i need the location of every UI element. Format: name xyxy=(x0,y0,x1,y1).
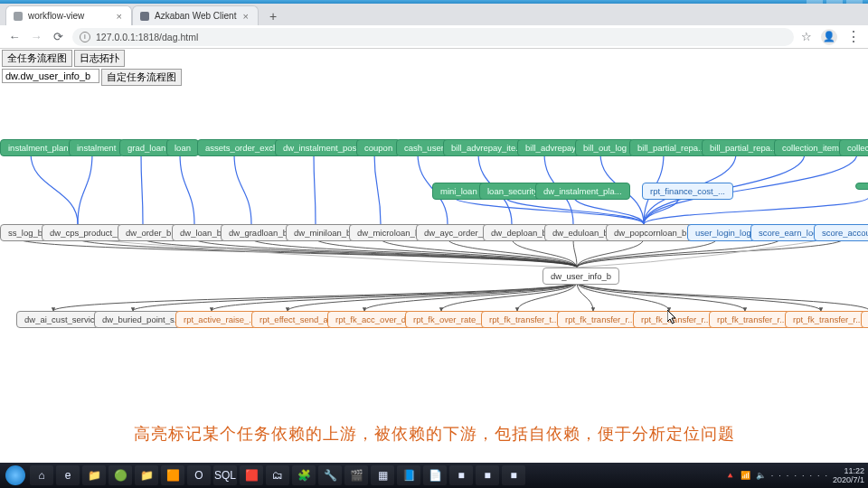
tray-icon[interactable]: · xyxy=(817,471,820,480)
tray-icon[interactable]: 📶 xyxy=(741,471,750,480)
dag-node-dw_order_b[interactable]: dw_order_b xyxy=(118,224,179,241)
forward-button[interactable]: → xyxy=(29,30,43,44)
tray-icon[interactable]: · xyxy=(771,471,774,480)
url-field[interactable]: i 127.0.0.1:1818/dag.html xyxy=(72,28,794,46)
dag-node-score_accou[interactable]: score_accou xyxy=(814,224,868,241)
task-name-input[interactable] xyxy=(2,69,99,83)
tray-icon[interactable]: · xyxy=(825,471,827,480)
tray-icon[interactable]: · xyxy=(787,471,789,480)
btn-custom-workflow[interactable]: 自定任务流程图 xyxy=(101,69,182,86)
window-titlebar xyxy=(0,0,868,4)
taskbar-app[interactable]: 🟢 xyxy=(108,465,132,485)
dag-node-dw_popcornloan_b[interactable]: dw_popcornloan_b xyxy=(606,224,694,241)
profile-icon[interactable]: 👤 xyxy=(821,29,837,45)
taskbar-app[interactable]: 📁 xyxy=(135,465,158,485)
system-tray[interactable]: 🔺📶🔈········11:222020/7/1 xyxy=(725,466,864,484)
dag-node-rpt_tail[interactable]: rp xyxy=(861,311,868,328)
taskbar-app[interactable]: 📄 xyxy=(423,465,447,485)
clock[interactable]: 11:222020/7/1 xyxy=(833,466,864,484)
page-toolbar: 全任务流程图 日志拓扑 自定任务流程图 xyxy=(0,49,868,87)
taskbar-app[interactable]: 📘 xyxy=(397,465,420,485)
tray-icon[interactable]: · xyxy=(778,471,781,480)
dag-node-dw_gradloan_b[interactable]: dw_gradloan_b xyxy=(221,224,296,241)
taskbar-app[interactable]: e xyxy=(56,465,80,485)
tray-icon[interactable]: 🔈 xyxy=(756,471,766,480)
tray-icon[interactable]: 🔺 xyxy=(725,471,735,480)
dag-node-rpt_fk_transfer_r1[interactable]: rpt_fk_transfer_r... xyxy=(557,311,643,328)
dag-canvas[interactable]: instalment_planinstalmentgrad_loanloanas… xyxy=(0,87,868,445)
dag-node-rpt_fk_transfer_t[interactable]: rpt_fk_transfer_t... xyxy=(481,311,567,328)
caption-text: 高亮标记某个任务依赖的上游，被依赖的下游，包括自依赖，便于分析定位问题 xyxy=(0,423,868,445)
close-icon[interactable]: × xyxy=(243,11,249,22)
address-bar: ← → ⟳ i 127.0.0.1:1818/dag.html ☆ 👤 ⋮ xyxy=(0,25,868,49)
site-info-icon[interactable]: i xyxy=(80,32,90,42)
taskbar-app[interactable]: 🟧 xyxy=(161,465,184,485)
new-tab-button[interactable]: + xyxy=(264,7,282,25)
dag-node-coupon[interactable]: coupon xyxy=(356,139,401,156)
url-text: 127.0.0.1:1818/dag.html xyxy=(96,32,198,42)
favicon-icon xyxy=(14,12,23,21)
dag-node-rpt_fk_transfer_r3[interactable]: rpt_fk_transfer_r... xyxy=(709,311,795,328)
dag-node-dw_user_info_b[interactable]: dw_user_info_b xyxy=(542,267,619,285)
menu-icon[interactable]: ⋮ xyxy=(846,28,861,45)
dag-node-rpt_fk_transfer_r2[interactable]: rpt_fk_transfer_r... xyxy=(633,311,719,328)
dag-node-dw_instalment_pla[interactable]: dw_instalment_pla... xyxy=(535,183,630,200)
dag-node-collection_item[interactable]: collection_item xyxy=(774,139,847,156)
back-button[interactable]: ← xyxy=(7,30,22,44)
dag-node-mini_loan[interactable]: mini_loan xyxy=(432,183,486,200)
taskbar-app[interactable]: SQL xyxy=(213,465,237,485)
bookmark-icon[interactable]: ☆ xyxy=(801,30,812,43)
tab-title: workflow-view xyxy=(28,11,84,21)
browser-tab[interactable]: workflow-view× xyxy=(5,5,132,25)
window-controls[interactable] xyxy=(807,0,863,4)
dag-node-bill_out_log[interactable]: bill_out_log xyxy=(575,139,635,156)
dag-node-rpt_fk_transfer_r4[interactable]: rpt_fk_transfer_r... xyxy=(785,311,868,328)
start-button[interactable] xyxy=(4,465,27,485)
taskbar-app[interactable]: ⌂ xyxy=(30,465,53,485)
taskbar-app[interactable]: 🎬 xyxy=(344,465,368,485)
taskbar-app[interactable]: ■ xyxy=(449,465,473,485)
taskbar-app[interactable]: 🔧 xyxy=(318,465,342,485)
browser-tab[interactable]: Azkaban Web Client× xyxy=(132,5,259,25)
dag-node-user_login_log[interactable]: user_login_log xyxy=(687,224,760,241)
tray-icon[interactable]: · xyxy=(802,471,805,480)
tray-icon[interactable]: · xyxy=(794,471,797,480)
taskbar[interactable]: ⌂e📁🟢📁🟧OSQL🟥🗂🧩🔧🎬▦📘📄■■■🔺📶🔈········11:22202… xyxy=(0,463,868,488)
tab-strip: workflow-view×Azkaban Web Client×+ xyxy=(0,4,868,25)
taskbar-app[interactable]: 🗂 xyxy=(266,465,289,485)
dag-node-rpt_finance_cost[interactable]: rpt_finance_cost_... xyxy=(642,183,733,200)
taskbar-app[interactable]: 🟥 xyxy=(240,465,263,485)
taskbar-app[interactable]: ▦ xyxy=(371,465,394,485)
dag-node-instalment[interactable]: instalment xyxy=(69,139,124,156)
taskbar-app[interactable]: O xyxy=(187,465,211,485)
tab-title: Azkaban Web Client xyxy=(155,11,236,21)
taskbar-app[interactable]: 📁 xyxy=(82,465,106,485)
taskbar-app[interactable]: ■ xyxy=(476,465,499,485)
btn-all-workflow[interactable]: 全任务流程图 xyxy=(2,50,72,67)
dag-node-instalment_plan[interactable]: instalment_plan xyxy=(0,139,77,156)
btn-log-topology[interactable]: 日志拓扑 xyxy=(74,50,125,67)
close-icon[interactable]: × xyxy=(117,11,122,22)
taskbar-app[interactable]: 🧩 xyxy=(292,465,316,485)
dag-node-green_right[interactable] xyxy=(855,183,868,190)
tray-icon[interactable]: · xyxy=(809,471,812,480)
reload-button[interactable]: ⟳ xyxy=(51,30,65,44)
dag-node-collec[interactable]: collec xyxy=(839,139,868,156)
favicon-icon xyxy=(140,12,149,21)
dag-node-loan[interactable]: loan xyxy=(166,139,199,156)
taskbar-app[interactable]: ■ xyxy=(502,465,525,485)
dag-node-bill_advrepay[interactable]: bill_advrepay xyxy=(517,139,584,156)
